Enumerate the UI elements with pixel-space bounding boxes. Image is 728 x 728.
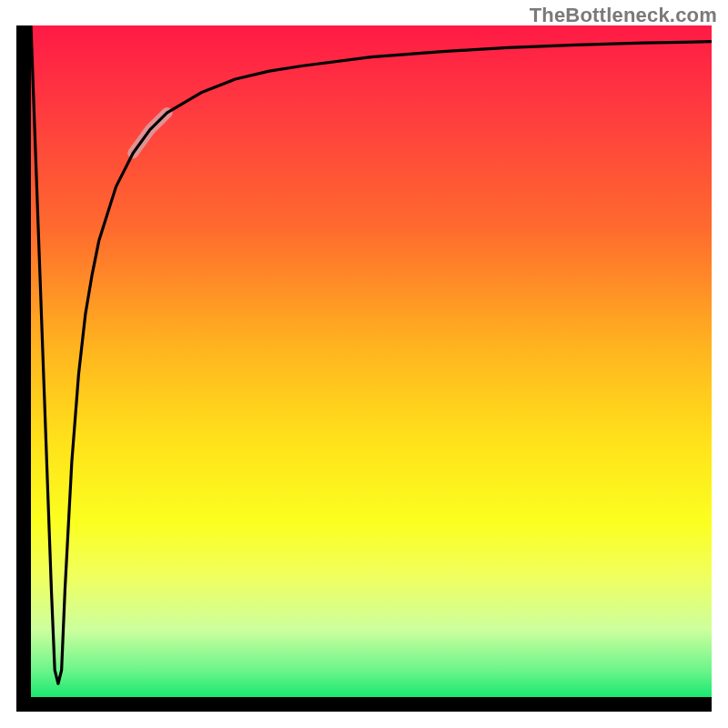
watermark-text: TheBottleneck.com (530, 4, 717, 27)
chart-container: TheBottleneck.com (0, 0, 728, 728)
curve-layer (31, 25, 712, 683)
curve-svg (31, 25, 712, 697)
bottleneck-curve-line (31, 25, 712, 683)
plot-frame (16, 25, 712, 712)
plot-area (31, 25, 712, 697)
